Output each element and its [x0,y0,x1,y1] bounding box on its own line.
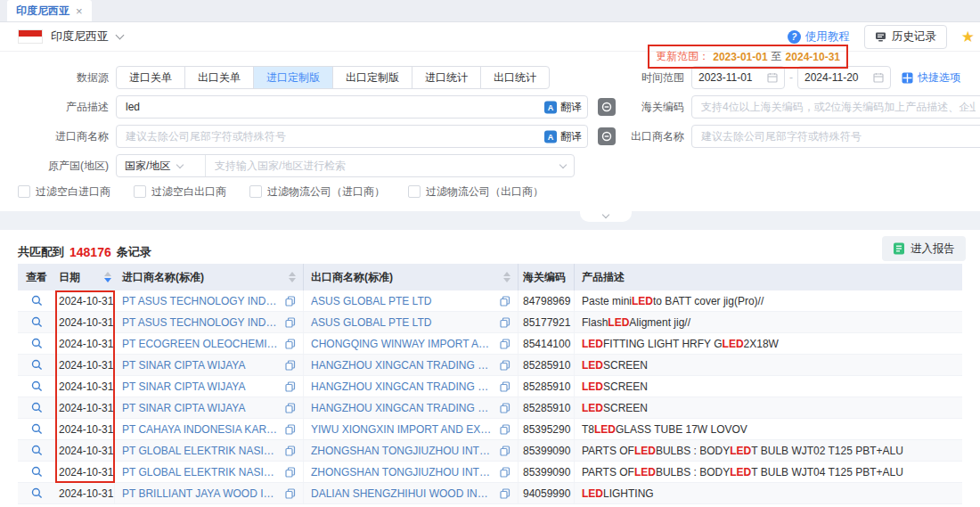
copy-icon[interactable] [500,296,510,307]
copy-icon[interactable] [500,339,510,349]
exporter-link[interactable]: HANGZHOU XINGCAN TRADING CO LTD [311,359,494,372]
header-date[interactable]: 日期 [55,264,115,290]
table-row[interactable]: 2024-10-31 PT ASUS TECHNOLOGY INDONESIA … [18,290,962,312]
data-source-tab[interactable]: 进口定制版 [253,66,333,89]
table-row[interactable]: 2024-10-31 PT GLOBAL ELEKTRIK NASIONAL Z… [18,462,962,483]
data-source-tab[interactable]: 出口关单 [184,66,254,89]
importer-name-input[interactable] [116,125,588,148]
copy-icon[interactable] [285,488,296,499]
copy-icon[interactable] [500,467,510,478]
exporter-link[interactable]: CHONGQING WINWAY IMPORT AND E... [311,338,494,350]
copy-icon[interactable] [285,381,296,392]
view-icon[interactable] [31,380,43,392]
table-row[interactable]: 2024-10-31 PT ECOGREEN OLEOCHEMICALS CHO… [18,333,962,355]
importer-link[interactable]: PT CAHAYA INDONESIA KARGO [122,423,280,436]
table-row[interactable]: 2024-10-31 PT SINAR CIPTA WIJAYA HANGZHO… [18,397,962,419]
exporter-link[interactable]: DALIAN SHENGZHIHUI WOOD INDUST... [311,487,494,500]
importer-link[interactable]: PT ASUS TECHNOLOGY INDONESIA BA... [122,295,280,307]
quick-options-link[interactable]: 快捷选项 [902,70,960,86]
copy-icon[interactable] [500,381,510,392]
copy-icon[interactable] [500,360,510,371]
history-button[interactable]: 历史记录 [864,25,947,49]
importer-link[interactable]: PT SINAR CIPTA WIJAYA [122,359,280,372]
data-source-tab[interactable]: 进口关单 [116,66,185,89]
hs-code-input[interactable] [691,95,980,119]
exporter-link[interactable]: HANGZHOU XINGCAN TRADING CO LTD [311,380,494,393]
origin-country-input[interactable] [206,156,560,176]
sort-icons[interactable] [104,272,111,282]
product-desc-input[interactable] [116,95,588,119]
copy-icon[interactable] [500,317,510,328]
origin-type-select[interactable]: 国家/地区 [117,155,206,176]
translate-button[interactable]: 翻译 [541,129,582,144]
importer-link[interactable]: PT GLOBAL ELEKTRIK NASIONAL [122,466,280,478]
sort-icons[interactable] [289,272,296,282]
view-icon[interactable] [31,338,43,349]
start-date-input[interactable]: 2023-11-01 [691,66,785,89]
data-source-tab[interactable]: 进口统计 [412,66,481,89]
checkbox-box[interactable] [249,185,262,198]
importer-link[interactable]: PT SINAR CIPTA WIJAYA [122,402,280,414]
table-row[interactable]: 2024-10-31 PT SINAR CIPTA WIJAYA HANGZHO… [18,376,962,397]
copy-icon[interactable] [500,403,510,413]
checkbox-box[interactable] [134,185,146,198]
tutorial-link[interactable]: 使用教程 [788,29,850,45]
sort-icons[interactable] [503,272,510,282]
importer-link[interactable]: PT BRILLIANT JAYA WOOD INDUSTRY [122,487,280,500]
view-icon[interactable] [31,295,43,307]
table-row[interactable]: 2024-10-31 PT GLOBAL ELEKTRIK NASIONAL Z… [18,440,962,462]
collapse-form-button[interactable] [580,211,632,222]
view-icon[interactable] [31,487,43,499]
importer-link[interactable]: PT ECOGREEN OLEOCHEMICALS [122,338,280,350]
copy-icon[interactable] [285,296,296,307]
match-mode-button[interactable] [598,98,616,116]
data-source-tab[interactable]: 出口定制版 [332,66,412,89]
importer-link[interactable]: PT GLOBAL ELEKTRIK NASIONAL [122,445,280,457]
copy-icon[interactable] [285,424,296,435]
exporter-link[interactable]: HANGZHOU XINGCAN TRADING CO LTD [311,402,494,414]
copy-icon[interactable] [285,317,296,328]
table-row[interactable]: 2024-10-31 PT CAHAYA INDONESIA KARGO YIW… [18,419,962,440]
header-importer[interactable]: 进口商名称(标准) [115,264,304,290]
header-exporter[interactable]: 出口商名称(标准) [304,264,519,290]
table-row[interactable]: 2024-10-31 PT SINAR CIPTA WIJAYA HANGZHO… [18,355,962,376]
chevron-down-icon[interactable] [559,160,567,168]
copy-icon[interactable] [500,424,510,435]
view-icon[interactable] [31,466,43,478]
translate-button[interactable]: 翻译 [541,100,582,115]
end-date-input[interactable]: 2024-11-20 [797,66,891,89]
filter-checkbox[interactable]: 过滤物流公司（进口商） [249,184,385,200]
favorite-star-icon[interactable]: ★ [961,29,975,45]
country-selector[interactable]: 印度尼西亚 [51,29,109,45]
filter-checkbox[interactable]: 过滤物流公司（出口商） [408,184,543,200]
copy-icon[interactable] [285,446,296,456]
copy-icon[interactable] [285,360,296,371]
filter-checkbox[interactable]: 过滤空白进口商 [18,184,110,200]
view-icon[interactable] [31,359,43,371]
tab-indonesia[interactable]: 印度尼西亚 × [7,0,92,21]
exporter-link[interactable]: ZHONGSHAN TONGJIUZHOU INTERNA... [311,445,494,457]
filter-checkbox[interactable]: 过滤空白出口商 [134,184,226,200]
copy-icon[interactable] [285,403,296,413]
checkbox-box[interactable] [18,185,30,198]
copy-icon[interactable] [285,467,296,478]
checkbox-box[interactable] [408,185,421,198]
table-row[interactable]: 2024-10-31 PT ASUS TECHNOLOGY INDONESIA … [18,312,962,333]
copy-icon[interactable] [500,446,510,456]
view-icon[interactable] [31,423,43,435]
chevron-down-icon[interactable] [116,30,125,39]
enter-report-button[interactable]: 进入报告 [882,236,966,261]
copy-icon[interactable] [285,339,296,349]
copy-icon[interactable] [500,488,510,499]
exporter-link[interactable]: ASUS GLOBAL PTE LTD [311,316,494,329]
importer-link[interactable]: PT ASUS TECHNOLOGY INDONESIA BA... [122,316,280,329]
data-source-tab[interactable]: 出口统计 [480,66,550,89]
view-icon[interactable] [31,402,43,413]
table-row[interactable]: 2024-10-31 PT BRILLIANT JAYA WOOD INDUST… [18,483,962,504]
exporter-link[interactable]: YIWU XIONGXIN IMPORT AND EXPORT... [311,423,494,436]
exporter-name-input[interactable] [691,125,980,148]
importer-link[interactable]: PT SINAR CIPTA WIJAYA [122,380,280,393]
exporter-link[interactable]: ASUS GLOBAL PTE LTD [311,295,494,307]
match-mode-button[interactable] [598,127,616,145]
view-icon[interactable] [31,316,43,328]
